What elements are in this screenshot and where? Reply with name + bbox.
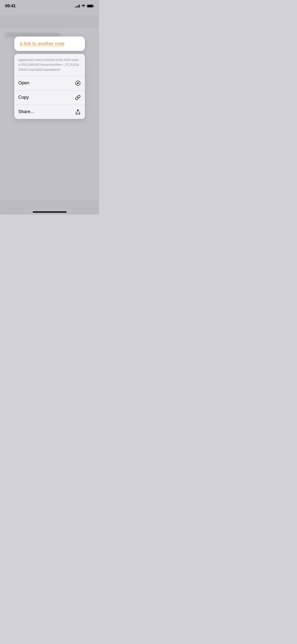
share-label: Share... xyxy=(18,109,34,114)
battery-icon xyxy=(87,5,94,8)
signal-bar-3 xyxy=(78,5,79,8)
status-icons xyxy=(75,4,94,8)
home-indicator xyxy=(33,211,67,213)
open-button[interactable]: Open xyxy=(14,76,85,90)
share-icon xyxy=(75,109,81,115)
open-label: Open xyxy=(18,80,29,86)
status-bar: 09:41 xyxy=(0,0,99,11)
action-menu: applenotes:note/1102d2ef-b233-4334-a2af-… xyxy=(14,54,85,119)
link-bubble: a link to another note xyxy=(14,37,85,51)
signal-bar-1 xyxy=(75,7,76,8)
url-preview: applenotes:note/1102d2ef-b233-4334-a2af-… xyxy=(14,54,85,76)
link-icon xyxy=(75,94,81,101)
signal-bar-2 xyxy=(77,6,77,8)
link-bubble-text[interactable]: a link to another note xyxy=(20,41,64,46)
wifi-icon xyxy=(81,4,85,8)
signal-icon xyxy=(75,5,80,8)
share-button[interactable]: Share... xyxy=(14,105,85,119)
copy-button[interactable]: Copy xyxy=(14,90,85,105)
status-time: 09:41 xyxy=(5,4,16,9)
url-text: applenotes:note/1102d2ef-b233-4334-a2af-… xyxy=(18,58,79,72)
svg-marker-1 xyxy=(77,82,79,84)
modal-container: a link to another note applenotes:note/1… xyxy=(14,37,85,119)
compass-icon xyxy=(75,80,81,86)
copy-label: Copy xyxy=(18,95,29,100)
signal-bar-4 xyxy=(79,5,80,8)
